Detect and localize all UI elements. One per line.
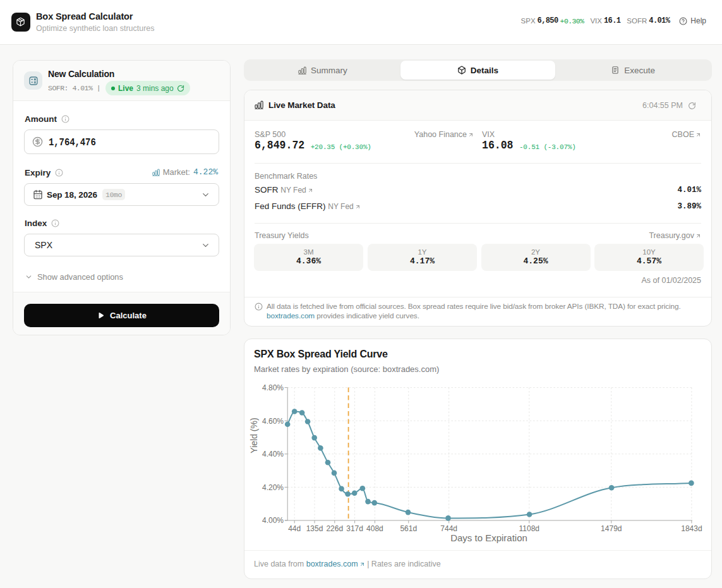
svg-text:4.20%: 4.20% bbox=[262, 483, 284, 492]
svg-text:Yield (%): Yield (%) bbox=[249, 417, 259, 453]
svg-text:44d: 44d bbox=[288, 524, 301, 533]
svg-text:1479d: 1479d bbox=[601, 524, 622, 533]
svg-text:561d: 561d bbox=[400, 524, 417, 533]
svg-text:408d: 408d bbox=[366, 524, 383, 533]
svg-text:1108d: 1108d bbox=[519, 524, 539, 533]
svg-text:744d: 744d bbox=[440, 524, 457, 533]
svg-text:4.40%: 4.40% bbox=[262, 450, 284, 459]
svg-text:Days to Expiration: Days to Expiration bbox=[450, 532, 527, 543]
svg-text:4.80%: 4.80% bbox=[262, 383, 284, 392]
svg-text:1843d: 1843d bbox=[681, 524, 702, 533]
svg-text:226d: 226d bbox=[326, 524, 343, 533]
svg-text:135d: 135d bbox=[306, 524, 323, 533]
svg-text:4.60%: 4.60% bbox=[262, 417, 284, 426]
svg-text:317d: 317d bbox=[346, 524, 363, 533]
svg-text:4.00%: 4.00% bbox=[262, 516, 284, 525]
